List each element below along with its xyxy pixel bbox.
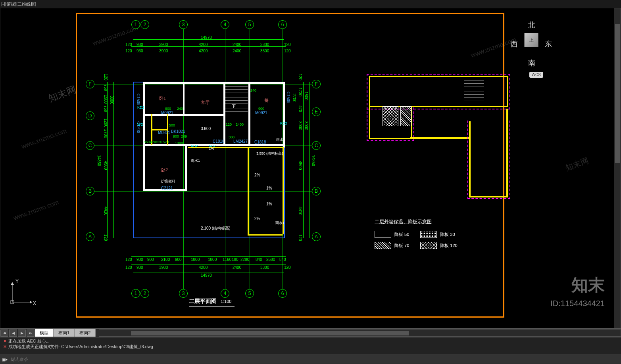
stair xyxy=(225,84,248,113)
tab-prev-icon[interactable]: ◀ xyxy=(9,330,17,337)
legend-item: 降板 70 xyxy=(375,242,409,249)
wall xyxy=(185,144,285,146)
close-icon[interactable]: ✕ xyxy=(3,339,7,343)
schematic-title: 二层外墙保温、降板示意图 xyxy=(375,218,506,225)
dim: 180 xyxy=(232,257,238,262)
dim-line xyxy=(113,82,114,238)
rail-label: 护窗栏杆 xyxy=(161,179,175,184)
dim: 120 xyxy=(125,265,132,270)
dim: 249 xyxy=(181,134,187,138)
terrace-edge xyxy=(248,147,283,148)
viewcube-north[interactable]: 北 xyxy=(528,20,535,30)
dim: 2280 xyxy=(240,257,249,262)
dim: 2400 xyxy=(233,265,241,270)
tab-model[interactable]: 模型 xyxy=(35,329,54,337)
command-history[interactable]: ✕正在加载 AEC 核心... ✕成功地生成天正建筑8文件: C:\Users\… xyxy=(0,337,621,355)
legend-item: 降板 120 xyxy=(420,242,457,249)
tab-layout2[interactable]: 布局2 xyxy=(75,329,96,337)
viewcube-east[interactable]: 东 xyxy=(545,39,552,49)
wall xyxy=(143,82,145,191)
title-underline xyxy=(189,306,235,307)
dim: 4200 xyxy=(199,265,208,270)
room-label: 客厅 xyxy=(201,100,210,105)
tab-layout1[interactable]: 布局1 xyxy=(54,329,75,337)
grid-bubble-Ar: A xyxy=(312,232,321,241)
wall xyxy=(143,82,285,84)
tag: KD2 xyxy=(191,144,198,148)
grid-bubble-2b: 2 xyxy=(140,289,149,298)
dim: 900 xyxy=(165,107,171,111)
viewcube[interactable]: 北 南 东 西 上 xyxy=(508,20,555,68)
tag: M0821 xyxy=(158,130,170,135)
ucs-x: X xyxy=(33,301,36,306)
legend: 二层外墙保温、降板示意图 降板 50 降板 30 降板 70 降板 120 xyxy=(375,218,506,249)
tab-first-icon[interactable]: ⏮ xyxy=(0,330,8,337)
dim: 120 xyxy=(298,234,302,241)
grid-bubble-3b: 3 xyxy=(179,289,188,298)
dim: 2580 xyxy=(266,257,275,262)
grid-bubble-Fr: F xyxy=(312,80,321,88)
dim: 3000 xyxy=(298,121,302,130)
swatch-hatch xyxy=(375,242,391,249)
image-id: ID:1154434421 xyxy=(550,299,605,308)
drain: 雨水2 xyxy=(276,137,285,142)
dim-line xyxy=(131,53,286,53)
dim: 120 xyxy=(284,265,291,270)
grid-bubble-D: D xyxy=(86,111,94,120)
elevation: 3.550 (结构标高) xyxy=(256,151,283,156)
tag: WD xyxy=(137,123,143,126)
dim: 120 xyxy=(226,123,232,126)
tab-last-icon[interactable]: ⏭ xyxy=(27,330,35,337)
dim: 120 xyxy=(104,74,108,80)
dim: 4410 xyxy=(298,207,302,215)
viewcube-west[interactable]: 西 xyxy=(511,39,518,49)
grid-bubble-Cr: C xyxy=(312,141,321,150)
watermark: www.znzmo.com xyxy=(21,127,68,150)
command-prompt-icon: ▣▸ xyxy=(2,357,8,362)
legend-item: 降板 30 xyxy=(420,231,455,238)
scroll-thumb-h[interactable] xyxy=(131,331,409,335)
close-icon[interactable]: ✕ xyxy=(3,344,7,349)
ucs-icon[interactable]: X Y xyxy=(8,278,36,306)
slope: 1% xyxy=(266,186,272,190)
wcs-badge[interactable]: WCS xyxy=(529,72,543,78)
yellow-wall xyxy=(369,76,508,107)
dim: 2400 xyxy=(236,123,244,126)
tag: C1509 xyxy=(136,94,140,105)
drawing-canvas[interactable]: www.znzmo.com 知末网 www.znzmo.com www.znzm… xyxy=(0,8,621,328)
drain: 雨水1 xyxy=(275,220,285,226)
grid-bubble-1b: 1 xyxy=(131,289,140,298)
floor-plan-drawing: 1 2 3 4 5 6 1 2 3 4 5 6 F D C B A F E C … xyxy=(82,20,318,302)
grid-bubble-Br: B xyxy=(312,187,321,195)
dim-line xyxy=(101,82,101,238)
dim: 120 xyxy=(298,74,302,80)
wall xyxy=(185,144,187,191)
swatch-dotted xyxy=(420,231,437,238)
tag: KD2 xyxy=(209,144,216,148)
viewport-label[interactable]: [-][俯视][二维线框] xyxy=(1,1,36,7)
scrollbar-vertical[interactable] xyxy=(614,8,621,330)
viewcube-top-face[interactable]: 上 xyxy=(524,33,538,47)
dim-line xyxy=(131,46,286,47)
dim: 930 xyxy=(137,265,143,270)
viewcube-south[interactable]: 南 xyxy=(528,58,535,68)
slope: 1% xyxy=(266,202,272,206)
tag: BK1021 xyxy=(171,129,185,134)
command-input[interactable] xyxy=(10,357,619,362)
dim-line xyxy=(131,256,286,257)
grid-bubble-B: B xyxy=(86,187,94,195)
dim-line xyxy=(133,39,284,40)
brand-watermark: 知末 xyxy=(571,274,605,296)
command-area: ✕正在加载 AEC 核心... ✕成功地生成天正建筑8文件: C:\Users\… xyxy=(0,337,621,364)
grid-bubble-4b: 4 xyxy=(221,289,229,298)
tab-next-icon[interactable]: ▶ xyxy=(18,330,26,337)
dim-line xyxy=(310,82,310,238)
ucs-y: Y xyxy=(15,278,19,284)
grid-bubble-2: 2 xyxy=(140,20,149,29)
tag: M0921 xyxy=(255,111,267,115)
dim-line xyxy=(297,82,297,238)
grid-bubble-1: 1 xyxy=(131,20,140,29)
scroll-thumb[interactable] xyxy=(615,24,620,163)
hatch xyxy=(383,106,398,126)
dim: 1160 xyxy=(223,257,231,262)
